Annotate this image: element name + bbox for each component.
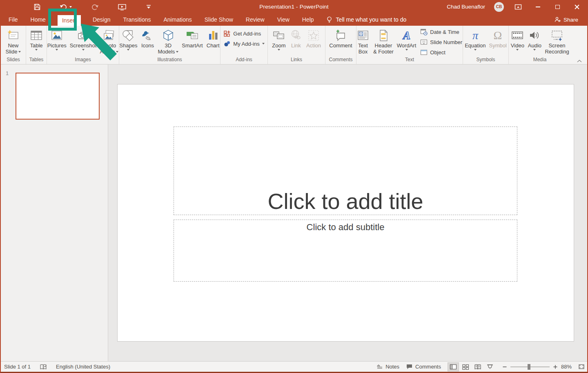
header-footer-button[interactable]: Header & Footer [372, 27, 395, 56]
link-button: Link [287, 27, 305, 56]
start-from-beginning-icon [118, 3, 127, 11]
chart-button[interactable]: Chart [205, 27, 222, 56]
zoom-control: 88% [502, 364, 572, 370]
table-button[interactable]: Table [28, 27, 45, 56]
shapes-button[interactable]: Shapes [118, 27, 139, 56]
tab-view[interactable]: View [276, 13, 290, 26]
photo-album-button[interactable]: Photo Album [98, 27, 120, 56]
slide-sorter-view-button[interactable] [460, 362, 471, 371]
tab-review[interactable]: Review [245, 13, 265, 26]
comment-button[interactable]: Comment [327, 27, 354, 56]
screenshot-button[interactable]: Screenshot [68, 27, 98, 56]
window-title: Presentation1 - PowerPoint [259, 0, 329, 13]
dropdown-caret [56, 49, 58, 51]
screen-recording-icon [550, 28, 564, 43]
tell-me-box[interactable]: Tell me what you want to do [326, 16, 407, 24]
get-add-ins-icon [223, 30, 231, 37]
tab-help[interactable]: Help [301, 13, 315, 26]
slide-thumbnail[interactable] [16, 73, 100, 120]
date-time-button[interactable]: Date & Time [420, 28, 462, 36]
customize-qat-button[interactable] [145, 4, 152, 10]
maximize-button[interactable] [552, 2, 563, 12]
header-footer-icon [376, 28, 390, 43]
spell-check-button[interactable] [40, 364, 47, 370]
comment-icon [334, 28, 347, 43]
audio-button[interactable]: Audio [526, 27, 543, 56]
my-add-ins-button[interactable]: My Add-ins [223, 40, 264, 47]
ribbon-group-media: Video Audio [509, 26, 571, 64]
repeat-button[interactable] [91, 3, 99, 11]
slide-number-button[interactable]: Slide Number [420, 38, 462, 46]
customize-qat-icon [145, 4, 152, 10]
comments-button[interactable]: Comments [406, 364, 441, 370]
date-time-icon [420, 28, 428, 36]
title-placeholder-text: Click to add title [267, 189, 423, 214]
repeat-icon [91, 3, 99, 11]
equation-button[interactable]: π Equation [463, 27, 487, 56]
ribbon-display-options-button[interactable] [513, 2, 523, 12]
save-button[interactable] [33, 3, 41, 11]
get-add-ins-button[interactable]: Get Add-ins [223, 30, 264, 37]
start-from-beginning-button[interactable] [118, 3, 127, 11]
3d-models-button[interactable]: 3D Models [156, 27, 180, 56]
language-indicator[interactable]: English (United States) [56, 364, 110, 370]
tab-file[interactable]: File [8, 13, 19, 26]
tab-insert[interactable]: Insert [58, 15, 81, 26]
fit-slide-to-window-button[interactable] [578, 364, 585, 370]
text-box-button[interactable]: A Text Box [354, 27, 372, 56]
account-name[interactable]: Chad Buenaflor [447, 4, 485, 10]
collapse-ribbon-button[interactable] [577, 58, 582, 62]
tab-animations[interactable]: Animations [163, 13, 192, 26]
zoom-button[interactable]: Zoom [270, 27, 287, 56]
reading-view-button[interactable] [472, 362, 483, 371]
notes-button[interactable]: Notes [376, 364, 399, 370]
object-button[interactable]: Object [420, 49, 462, 56]
slide-thumbnail-panel[interactable]: 1 [1, 64, 108, 361]
icons-bird-icon [140, 28, 154, 43]
group-label-text: Text [357, 56, 462, 64]
slide-show-view-button[interactable] [484, 362, 496, 371]
screen-recording-button[interactable]: Screen Recording [543, 27, 570, 56]
zoom-slider[interactable] [510, 366, 550, 367]
avatar[interactable]: CB [494, 2, 504, 12]
zoom-slider-thumb[interactable] [528, 364, 530, 370]
zoom-in-button[interactable] [553, 364, 558, 369]
tab-home[interactable]: Home [30, 13, 47, 26]
view-buttons [448, 362, 496, 371]
link-icon [289, 28, 303, 43]
slide-sorter-icon [462, 364, 469, 370]
slide-indicator[interactable]: Slide 1 of 1 [4, 364, 31, 370]
fit-slide-icon [578, 364, 585, 370]
video-button[interactable]: Video [509, 27, 526, 56]
icons-button[interactable]: Icons [139, 27, 156, 56]
ribbon-group-tables: Table Tables [26, 26, 47, 64]
reading-view-icon [474, 364, 481, 370]
audio-icon [528, 28, 541, 43]
zoom-icon [272, 28, 286, 43]
share-button[interactable]: Share [554, 16, 587, 23]
wordart-button[interactable]: A WordArt [395, 27, 418, 56]
dropdown-caret [176, 51, 178, 53]
minimize-button[interactable] [532, 2, 543, 12]
normal-view-button[interactable] [448, 362, 459, 371]
smartart-button[interactable]: SmartArt [180, 27, 204, 56]
chart-icon [206, 28, 220, 43]
zoom-percent[interactable]: 88% [561, 364, 572, 370]
close-button[interactable] [572, 2, 582, 12]
title-placeholder[interactable]: Click to add title [174, 127, 517, 215]
undo-dropdown-caret[interactable] [69, 6, 72, 8]
subtitle-placeholder[interactable]: Click to add subtitle [174, 220, 517, 282]
slide-canvas[interactable]: Click to add title Click to add subtitle [118, 84, 574, 341]
new-slide-button[interactable]: New Slide [4, 27, 23, 56]
share-icon [554, 16, 561, 23]
tab-transitions[interactable]: Transitions [122, 13, 152, 26]
zoom-out-button[interactable] [502, 364, 507, 369]
undo-button[interactable] [60, 3, 72, 11]
tab-slide-show[interactable]: Slide Show [204, 13, 234, 26]
pictures-button[interactable]: Pictures [46, 27, 68, 56]
ribbon-tab-row: File Home Insert Design Transitions Anim… [1, 13, 587, 26]
svg-text:A: A [360, 32, 362, 36]
ribbon: New Slide Slides Table [1, 26, 587, 64]
group-label-media: Media [509, 56, 570, 64]
tab-design[interactable]: Design [92, 13, 111, 26]
